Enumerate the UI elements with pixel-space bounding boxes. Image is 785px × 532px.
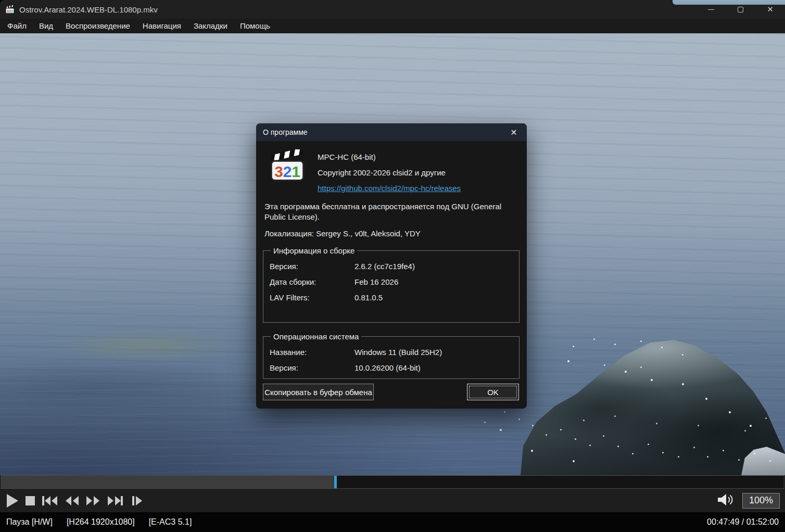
status-bar: Пауза [H/W] [H264 1920x1080] [E-AC3 5.1]… (0, 512, 785, 532)
lav-filters-value: 0.81.0.5 (354, 293, 383, 302)
dialog-close-icon: ✕ (510, 128, 517, 137)
license-text: Эта программа бесплатна и распространяет… (264, 201, 509, 222)
fast-forward-icon (85, 496, 101, 506)
rewind-button[interactable] (64, 496, 80, 506)
menu-navigate[interactable]: Навигация (136, 19, 187, 33)
speaker-icon[interactable] (716, 492, 734, 509)
menu-play[interactable]: Воспроизведение (59, 19, 136, 33)
menu-help[interactable]: Помощь (234, 19, 276, 33)
menu-view[interactable]: Вид (33, 19, 59, 33)
stop-button[interactable] (24, 496, 36, 506)
ok-button[interactable]: OK (467, 384, 519, 400)
video-codec-info: [H264 1920x1080] (67, 517, 135, 527)
mpc-logo: 321 (269, 149, 306, 184)
os-row-name: Название: Windows 11 (Build 25H2) (270, 344, 513, 360)
previous-button[interactable] (41, 496, 59, 506)
app-name: MPC-HC (64-bit) (318, 153, 461, 162)
lav-filters-label: LAV Filters: (270, 293, 354, 302)
volume-area: 100% (716, 492, 780, 509)
status-left: Пауза [H/W] [H264 1920x1080] [E-AC3 5.1] (6, 517, 192, 527)
app-logo-icon: 321 (5, 5, 15, 14)
control-bar: 100% (0, 489, 785, 512)
window-titlebar[interactable]: 321 Ostrov.Ararat.2024.WEB-DL.1080p.mkv … (0, 0, 785, 19)
skip-forward-icon (106, 496, 124, 506)
dialog-close-button[interactable]: ✕ (504, 123, 524, 141)
os-info-title: Операционная система (271, 332, 361, 341)
volume-level: 100% (742, 493, 780, 509)
build-version-label: Версия: (270, 262, 354, 271)
copyright-text: Copyright 2002-2026 clsid2 и другие (318, 168, 461, 178)
os-version-value: 10.0.26200 (64-bit) (354, 363, 421, 372)
svg-text:321: 321 (274, 163, 300, 180)
dialog-title: О программе (263, 128, 308, 136)
os-name-value: Windows 11 (Build 25H2) (354, 348, 442, 357)
svg-text:321: 321 (7, 8, 14, 13)
build-date-value: Feb 16 2026 (354, 277, 398, 286)
dialog-header-text: MPC-HC (64-bit) Copyright 2002-2026 clsi… (318, 153, 461, 199)
fast-forward-button[interactable] (85, 496, 101, 506)
build-row-date: Дата сборки: Feb 16 2026 (270, 274, 513, 289)
build-version-value: 2.6.2 (cc7c19fe4) (354, 262, 415, 271)
play-button[interactable] (5, 493, 20, 509)
build-info-title: Информация о сборке (271, 246, 357, 255)
close-icon: ✕ (767, 5, 774, 14)
localization-text: Локализация: Sergey S., v0lt, Aleksoid, … (264, 229, 421, 238)
stop-icon (24, 496, 36, 506)
next-button[interactable] (106, 496, 124, 506)
build-row-version: Версия: 2.6.2 (cc7c19fe4) (270, 258, 513, 274)
playback-state: Пауза [H/W] (6, 517, 53, 527)
menu-favorites[interactable]: Закладки (187, 19, 234, 33)
frame-step-button[interactable] (129, 496, 144, 506)
rewind-icon (64, 496, 80, 506)
os-row-version: Версия: 10.0.26200 (64-bit) (270, 360, 513, 375)
frame-step-icon (129, 496, 144, 506)
window-title: Ostrov.Ararat.2024.WEB-DL.1080p.mkv (19, 5, 158, 14)
seek-progress (1, 476, 335, 488)
build-row-lav: LAV Filters: 0.81.0.5 (270, 289, 513, 305)
os-name-label: Название: (270, 348, 354, 357)
sea-foam-highlights (0, 33, 2, 35)
minimize-icon (708, 9, 714, 10)
build-info-group: Информация о сборке Версия: 2.6.2 (cc7c1… (263, 246, 520, 323)
os-info-group: Операционная система Название: Windows 1… (263, 332, 520, 379)
maximize-icon (738, 7, 743, 12)
menu-bar: Файл Вид Воспроизведение Навигация Закла… (0, 19, 785, 33)
copy-to-clipboard-button[interactable]: Скопировать в буфер обмена (263, 384, 374, 400)
time-display: 00:47:49 / 01:52:00 (707, 517, 779, 527)
mpc-hc-window: 321 Ostrov.Ararat.2024.WEB-DL.1080p.mkv … (0, 0, 785, 532)
seek-thumb[interactable] (334, 476, 337, 488)
build-date-label: Дата сборки: (270, 277, 354, 286)
audio-codec-info: [E-AC3 5.1] (149, 517, 192, 527)
dialog-titlebar[interactable]: О программе ✕ (256, 123, 527, 141)
seek-bar[interactable] (1, 475, 784, 489)
about-dialog: О программе ✕ 321 MPC-HC (64-bit) Copyri… (256, 123, 527, 409)
skip-back-icon (41, 496, 59, 506)
menu-file[interactable]: Файл (1, 19, 33, 33)
releases-link[interactable]: https://github.com/clsid2/mpc-hc/release… (318, 184, 461, 193)
background-window-edge (673, 0, 785, 5)
play-icon (5, 493, 20, 509)
os-version-label: Версия: (270, 363, 354, 372)
